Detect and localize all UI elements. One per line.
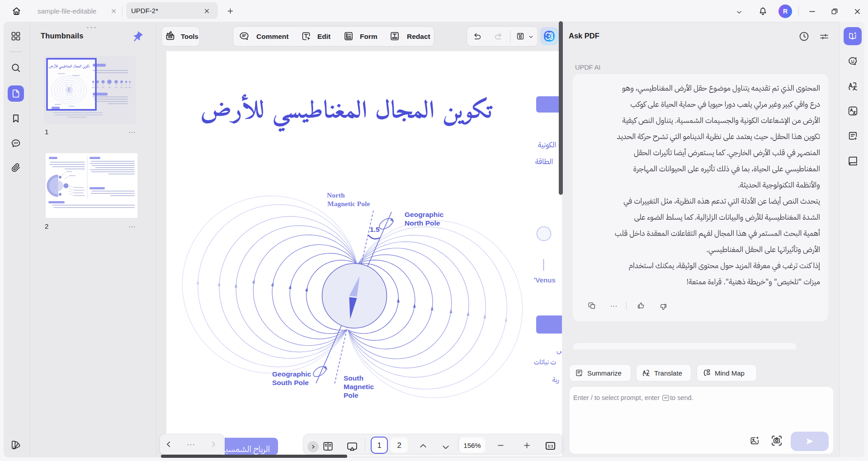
svg-text:1:1: 1:1 [547, 444, 553, 448]
